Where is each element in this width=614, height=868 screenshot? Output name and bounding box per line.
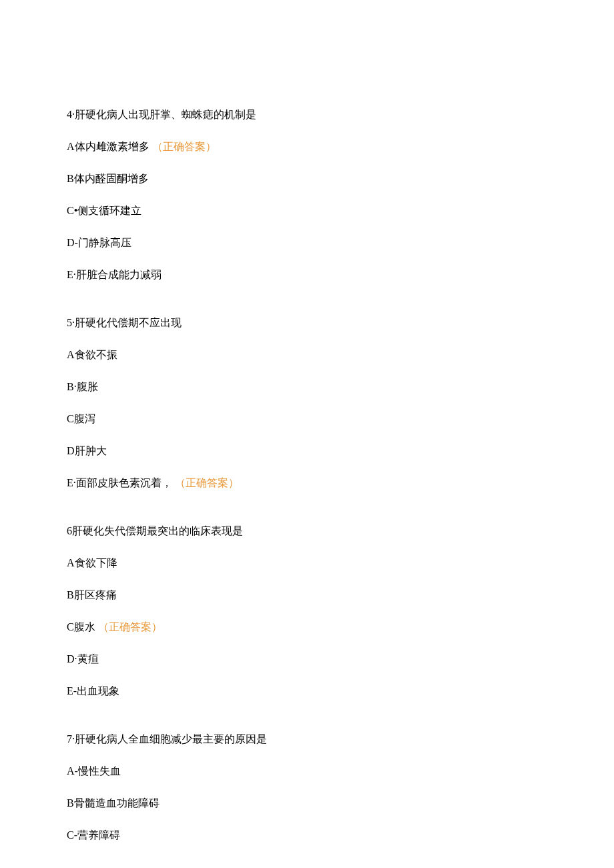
option-a: A食欲下降 (67, 555, 547, 571)
option-d: D-门静脉高压 (67, 235, 547, 251)
option-text: E·面部皮肤色素沉着， (67, 477, 172, 488)
correct-answer-label: （正确答案） (175, 477, 239, 488)
option-b: B·腹胀 (67, 379, 547, 395)
option-text: C-营养障碍 (67, 829, 120, 841)
correct-answer-label: （正确答案） (98, 621, 162, 632)
question-title: 6肝硬化失代偿期最突出的临床表现是 (67, 523, 547, 539)
question-block-4: 4·肝硬化病人出现肝掌、蜘蛛痣的机制是 A体内雌激素增多 （正确答案） B体内醛… (67, 107, 547, 283)
option-text: E-出血现象 (67, 685, 119, 697)
option-e: E·肝脏合成能力减弱 (67, 267, 547, 283)
question-title: 4·肝硬化病人出现肝掌、蜘蛛痣的机制是 (67, 107, 547, 123)
option-text: C•侧支循环建立 (67, 205, 141, 216)
option-b: B骨髓造血功能障碍 (67, 795, 547, 811)
option-a: A体内雌激素增多 （正确答案） (67, 139, 547, 155)
option-a: A-慢性失血 (67, 763, 547, 779)
option-text: E·肝脏合成能力减弱 (67, 269, 162, 280)
option-text: B骨髓造血功能障碍 (67, 797, 160, 809)
option-a: A食欲不振 (67, 347, 547, 363)
correct-answer-label: （正确答案） (152, 141, 216, 152)
option-text: D·黄疸 (67, 653, 99, 665)
question-block-7: 7·肝硬化病人全血细胞减少最主要的原因是 A-慢性失血 B骨髓造血功能障碍 C-… (67, 731, 547, 843)
option-b: B肝区疼痛 (67, 587, 547, 603)
question-title: 5·肝硬化代偿期不应出现 (67, 315, 547, 331)
option-text: A体内雌激素增多 (67, 141, 149, 152)
option-text: A食欲不振 (67, 349, 117, 360)
option-text: C腹泻 (67, 413, 95, 424)
option-text: C腹水 (67, 621, 95, 632)
option-text: A食欲下降 (67, 557, 117, 568)
option-d: D肝肿大 (67, 443, 547, 459)
option-d: D·黄疸 (67, 651, 547, 667)
option-text: B肝区疼痛 (67, 589, 117, 600)
option-c: C•侧支循环建立 (67, 203, 547, 219)
option-e: E·面部皮肤色素沉着， （正确答案） (67, 475, 547, 491)
question-title: 7·肝硬化病人全血细胞减少最主要的原因是 (67, 731, 547, 747)
option-c: C腹水 （正确答案） (67, 619, 547, 635)
option-text: D-门静脉高压 (67, 237, 131, 248)
question-block-5: 5·肝硬化代偿期不应出现 A食欲不振 B·腹胀 C腹泻 D肝肿大 E·面部皮肤色… (67, 315, 547, 491)
option-b: B体内醛固酮增多 (67, 171, 547, 187)
option-text: B体内醛固酮增多 (67, 173, 149, 184)
option-text: A-慢性失血 (67, 765, 121, 777)
option-text: B·腹胀 (67, 381, 98, 392)
option-c: C-营养障碍 (67, 827, 547, 843)
option-c: C腹泻 (67, 411, 547, 427)
option-text: D肝肿大 (67, 445, 107, 456)
option-e: E-出血现象 (67, 683, 547, 699)
question-block-6: 6肝硬化失代偿期最突出的临床表现是 A食欲下降 B肝区疼痛 C腹水 （正确答案）… (67, 523, 547, 699)
